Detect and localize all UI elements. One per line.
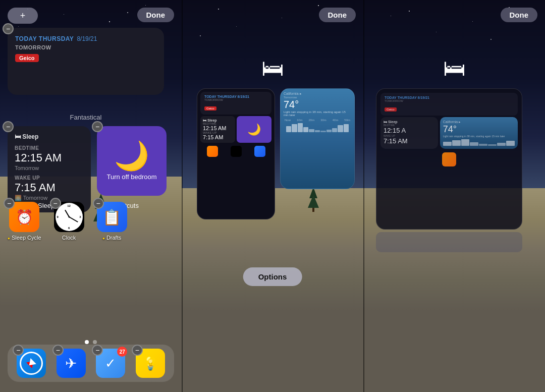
geico-event: Geico	[15, 54, 39, 62]
dock: − − ✈ − ✓ 27 −	[8, 345, 174, 382]
mini-clock-icon	[231, 146, 242, 157]
page-dot-1	[85, 340, 89, 344]
remove-drafts-badge[interactable]: −	[93, 198, 104, 209]
dock-item-things[interactable]: − ✓ 27	[96, 349, 125, 378]
app-item-drafts[interactable]: − 📋 ● Drafts	[97, 202, 127, 241]
fantastical-widget[interactable]: TODAY THURSDAY 8/19/21 TOMORROW Geico	[8, 28, 164, 95]
mini-drafts-icon	[254, 146, 265, 157]
options-button[interactable]: Options	[243, 267, 302, 286]
weather-temp: 74°	[284, 99, 351, 110]
bedtime-value: 12:15 AM	[15, 151, 84, 164]
rain-chart	[284, 122, 351, 132]
wakeup-sub: 🌅 Tomorrow	[15, 195, 84, 201]
done-button-right[interactable]: Done	[501, 8, 538, 22]
app-item-sleep-cycle[interactable]: − ⏰ ● Sleep Cycle	[8, 202, 41, 241]
app-item-clock[interactable]: − 12 3 6 9 Clock	[54, 202, 84, 241]
moon-icon: 🌙	[114, 142, 149, 170]
right-mini-sleepcycle	[442, 152, 456, 166]
shortcuts-text: Turn off bedroom	[103, 173, 161, 181]
right-panel: Done 🛏 TODAY THURSDAY 8/19/21 TOMORROW G…	[363, 0, 545, 392]
sleep-cycle-icon[interactable]: ⏰	[9, 202, 39, 232]
fantastical-app-label: Fantastical	[8, 114, 164, 121]
separator-1	[182, 0, 183, 392]
left-panel: + Done − TODAY THURSDAY 8/19/21 TOMORROW…	[0, 0, 182, 392]
remove-fantastical-badge[interactable]: −	[3, 23, 14, 34]
shortcuts-widget[interactable]: 🌙 Turn off bedroom	[97, 126, 167, 196]
done-button-center[interactable]: Done	[319, 8, 356, 22]
phone-preview-right[interactable]: TODAY THURSDAY 8/19/21 TOMORROW Geico 🛏 …	[376, 88, 522, 230]
dock-item-keep[interactable]: − 💡	[136, 349, 165, 378]
sleep-widget-title: 🛏 Sleep	[15, 133, 84, 140]
sleep-cycle-label: ● Sleep Cycle	[8, 235, 41, 241]
mini-app-row	[200, 144, 271, 158]
center-panel: Done 🛏 TODAY THURSDAY 8/19/21 TOMORROW G…	[182, 0, 363, 392]
dock-item-safari[interactable]: −	[17, 349, 46, 378]
add-button[interactable]: +	[8, 8, 38, 24]
phone-preview-current[interactable]: TODAY THURSDAY 8/19/21 TOMORROW Geico 🛏 …	[197, 88, 275, 219]
things-badge: 27	[117, 347, 127, 357]
right-mini-weather: California ▸ 74° Light rain stopping in …	[440, 117, 518, 149]
mini-shortcuts-box: 🌙	[237, 116, 271, 143]
mini-sleep-box: 🛏 Sleep BEDTIME 12:15 AM WAKE UP 7:15 AM	[200, 116, 235, 143]
bedtime-label: BEDTIME	[15, 145, 84, 151]
bedtime-sub: Tomorrow	[15, 165, 84, 171]
mini-widgets-row: 🛏 Sleep BEDTIME 12:15 AM WAKE UP 7:15 AM…	[200, 116, 271, 143]
bed-icon-center: 🛏	[261, 55, 284, 81]
bed-icon-right: 🛏	[443, 55, 465, 81]
right-mini-apps	[380, 151, 518, 168]
remove-keep-badge[interactable]: −	[132, 345, 143, 356]
wakeup-label: WAKE UP	[15, 175, 84, 181]
separator-2	[363, 0, 364, 392]
phone-preview-weather[interactable]: California ▸ Tomorrow 74° Light rain sto…	[280, 88, 355, 189]
done-button-left[interactable]: Done	[137, 8, 175, 22]
remove-clock-badge[interactable]: −	[50, 198, 61, 209]
center-tree-2	[308, 187, 319, 212]
mini-fantastical: TODAY THURSDAY 8/19/21 TOMORROW Geico	[200, 92, 271, 115]
today-date: 8/19/21	[77, 35, 97, 42]
remove-sleep-badge[interactable]: −	[3, 121, 14, 132]
right-options-pill	[376, 232, 522, 252]
dock-item-spark[interactable]: − ✈	[57, 349, 86, 378]
today-label: TODAY THURSDAY	[15, 35, 74, 42]
remove-shortcuts-badge[interactable]: −	[92, 121, 103, 132]
mini-sleep-cycle-icon	[207, 146, 218, 157]
right-mini-row: 🛏 Sleep BEDTIME 12:15 A WAKE UP 7:15 AM …	[380, 117, 518, 149]
right-mini-fantastical: TODAY THURSDAY 8/19/21 TOMORROW Geico	[380, 93, 518, 116]
sleep-widget[interactable]: 🛏 Sleep BEDTIME 12:15 AM Tomorrow WAKE U…	[8, 126, 91, 212]
right-mini-sleep: 🛏 Sleep BEDTIME 12:15 A WAKE UP 7:15 AM	[380, 117, 438, 149]
tomorrow-label: TOMORROW	[15, 44, 156, 50]
clock-label: Clock	[62, 235, 76, 241]
wakeup-value: 7:15 AM	[15, 181, 84, 194]
app-grid: − ⏰ ● Sleep Cycle − 12 3 6 9	[8, 202, 127, 241]
remove-spark-badge[interactable]: −	[52, 345, 64, 356]
page-dot-2	[93, 340, 97, 344]
remove-sleep-cycle-badge[interactable]: −	[4, 198, 15, 209]
page-dots	[85, 340, 97, 344]
drafts-label: ● Drafts	[102, 235, 121, 241]
